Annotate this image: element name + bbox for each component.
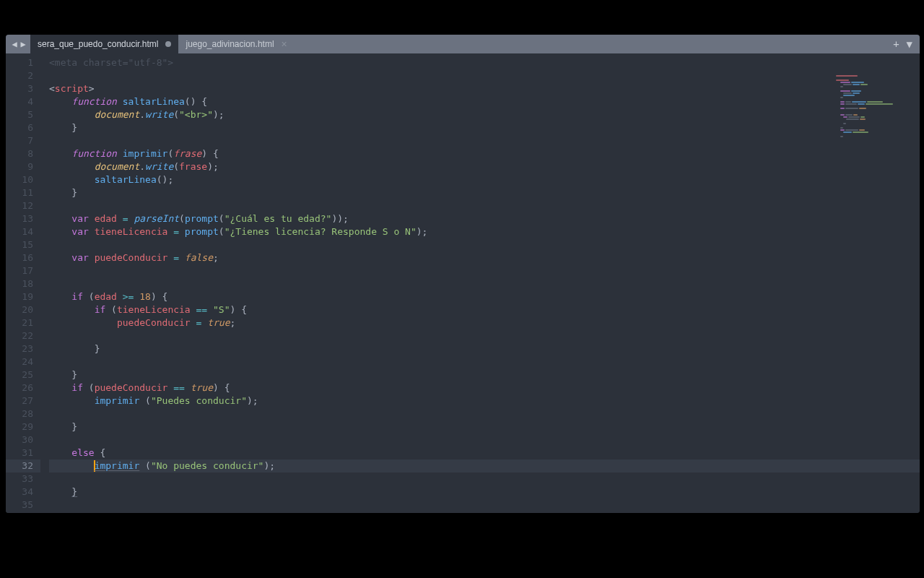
code-line[interactable]	[49, 407, 920, 420]
code-line[interactable]: }	[49, 486, 920, 499]
code-line[interactable]: else {	[49, 447, 920, 460]
code-line[interactable]: }	[49, 342, 920, 355]
code-line[interactable]: function imprimir(frase) {	[49, 147, 920, 160]
tab-close-icon[interactable]: ×	[282, 39, 287, 49]
code-line[interactable]	[49, 473, 920, 486]
new-tab-icon[interactable]: +	[893, 38, 899, 50]
editor-window: ◀ ▶ sera_que_puedo_conducir.html juego_a…	[6, 35, 920, 513]
line-gutter: 1234567891011121314151617181920212223242…	[6, 53, 40, 513]
code-line[interactable]	[49, 134, 920, 147]
code-line[interactable]: imprimir ("No puedes conducir");	[49, 460, 920, 473]
code-line[interactable]	[49, 199, 920, 212]
nav-back-icon[interactable]: ◀	[10, 38, 19, 50]
tab-nav: ◀ ▶	[6, 35, 30, 53]
code-line[interactable]	[49, 499, 920, 512]
code-line[interactable]: }	[49, 121, 920, 134]
code-line[interactable]: }	[49, 420, 920, 434]
tab-actions: + ▼	[893, 35, 920, 53]
nav-forward-icon[interactable]: ▶	[19, 38, 27, 50]
code-line[interactable]	[49, 238, 920, 251]
code-line[interactable]: function saltarLinea() {	[49, 95, 920, 108]
code-line[interactable]: if (puedeConducir == true) {	[49, 381, 920, 394]
code-line[interactable]: }	[49, 186, 920, 199]
code-line[interactable]: if (tieneLicencia == "S") {	[49, 303, 920, 316]
code-line[interactable]	[49, 69, 920, 82]
code-line[interactable]: saltarLinea();	[49, 173, 920, 186]
tab-bar: ◀ ▶ sera_que_puedo_conducir.html juego_a…	[6, 35, 920, 53]
code-line[interactable]: if (edad >= 18) {	[49, 290, 920, 303]
tab-inactive-label: juego_adivinacion.html	[186, 39, 274, 49]
tab-active-label: sera_que_puedo_conducir.html	[38, 39, 158, 49]
code-line[interactable]: <meta charset="utf-8">	[49, 56, 920, 69]
code-line[interactable]	[49, 434, 920, 447]
code-line[interactable]: }	[49, 368, 920, 381]
editor-body: 1234567891011121314151617181920212223242…	[6, 53, 920, 513]
code-line[interactable]	[49, 264, 920, 277]
tab-dirty-icon	[165, 41, 171, 47]
code-line[interactable]: var tieneLicencia = prompt("¿Tienes lice…	[49, 225, 920, 238]
code-line[interactable]: var puedeConducir = false;	[49, 251, 920, 264]
code-line[interactable]: imprimir ("Puedes conducir");	[49, 394, 920, 407]
code-line[interactable]	[49, 329, 920, 342]
tab-inactive[interactable]: juego_adivinacion.html ×	[178, 35, 294, 53]
code-line[interactable]: <script>	[49, 82, 920, 95]
tab-active[interactable]: sera_que_puedo_conducir.html	[30, 35, 178, 53]
tab-menu-icon[interactable]: ▼	[907, 38, 912, 50]
code-area[interactable]: <meta charset="utf-8"><script> function …	[40, 53, 920, 513]
code-line[interactable]: puedeConducir = true;	[49, 316, 920, 329]
code-line[interactable]	[49, 355, 920, 368]
code-line[interactable]: document.write("<br>");	[49, 108, 920, 121]
code-line[interactable]: document.write(frase);	[49, 160, 920, 173]
code-line[interactable]: var edad = parseInt(prompt("¿Cuál es tu …	[49, 212, 920, 225]
code-line[interactable]	[49, 277, 920, 290]
